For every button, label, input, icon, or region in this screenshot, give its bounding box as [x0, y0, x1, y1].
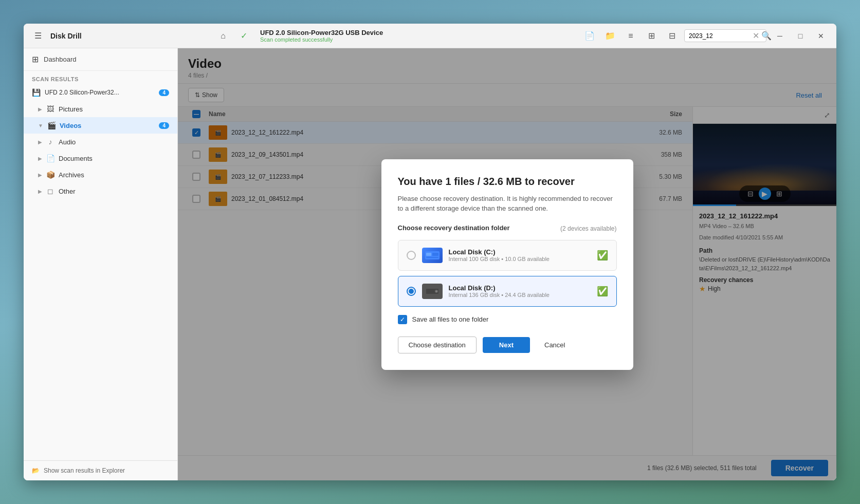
content-area: Video 4 files / ⇅ Show Reset all — [178, 48, 836, 480]
device-d-ok-icon: ✅ — [597, 286, 608, 297]
dashboard-label: Dashboard — [44, 55, 77, 63]
menu-icon[interactable]: ☰ — [30, 28, 46, 44]
sidebar-device-badge: 4 — [159, 89, 169, 96]
explorer-icon: 📂 — [32, 467, 40, 474]
app-window: ☰ Disk Drill ⌂ ✓ UFD 2.0 Silicon-Power32… — [24, 24, 836, 480]
radio-d[interactable] — [407, 287, 416, 296]
device-info: UFD 2.0 Silicon-Power32G USB Device Scan… — [260, 29, 577, 43]
device-d-name: Local Disk (D:) — [449, 284, 591, 292]
sidebar-item-archives[interactable]: ▶ 📦 Archives — [24, 166, 177, 183]
save-folder-checkbox[interactable] — [398, 315, 407, 324]
device-option-c[interactable]: Local Disk (C:) Internal 100 GB disk • 1… — [398, 240, 617, 271]
sidebar: ⊞ Dashboard Scan results 💾 UFD 2.0 Silic… — [24, 48, 178, 480]
modal-actions: Choose destination Next Cancel — [398, 337, 617, 353]
chevron-down-icon: ▼ — [38, 123, 43, 128]
device-icon-c — [422, 248, 443, 263]
cancel-button[interactable]: Cancel — [536, 337, 573, 353]
home-icon[interactable]: ⌂ — [215, 28, 231, 44]
modal-section-row: Choose recovery destination folder (2 de… — [398, 224, 617, 234]
chevron-right-icon-archives: ▶ — [38, 172, 42, 178]
device-d-desc: Internal 136 GB disk • 24.4 GB available — [449, 292, 591, 298]
device-d-info: Local Disk (D:) Internal 136 GB disk • 2… — [449, 284, 591, 298]
dashboard-icon: ⊞ — [32, 54, 39, 64]
modal-checkbox-row: Save all files to one folder — [398, 315, 617, 324]
show-explorer-label: Show scan results in Explorer — [44, 467, 125, 474]
sidebar-item-pictures[interactable]: ▶ 🖼 Pictures — [24, 101, 177, 117]
modal-devices-count: (2 devices available) — [560, 225, 616, 232]
sidebar-item-label-videos: Videos — [60, 122, 81, 129]
recovery-modal: You have 1 files / 32.6 MB to recover Pl… — [381, 159, 633, 370]
scan-results-label: Scan results — [24, 71, 177, 84]
device-icon-d — [422, 284, 443, 299]
svg-rect-2 — [432, 253, 438, 256]
device-option-d[interactable]: Local Disk (D:) Internal 136 GB disk • 2… — [398, 276, 617, 307]
search-input[interactable] — [689, 32, 751, 40]
sidebar-item-label-documents: Documents — [59, 155, 93, 162]
other-icon: ◻ — [46, 187, 54, 195]
chevron-right-icon-other: ▶ — [38, 189, 42, 194]
svg-rect-3 — [426, 257, 438, 258]
minimize-button[interactable]: ─ — [771, 29, 789, 43]
archives-icon: 📦 — [46, 171, 54, 179]
pictures-icon: 🖼 — [46, 105, 54, 113]
sidebar-item-label-pictures: Pictures — [59, 105, 83, 113]
sidebar-item-label-audio: Audio — [59, 138, 76, 146]
main-layout: ⊞ Dashboard Scan results 💾 UFD 2.0 Silic… — [24, 48, 836, 480]
split-icon[interactable]: ⊟ — [664, 28, 680, 44]
device-name: UFD 2.0 Silicon-Power32G USB Device — [260, 29, 577, 36]
device-c-name: Local Disk (C:) — [449, 248, 591, 256]
app-title: Disk Drill — [50, 32, 82, 40]
device-c-ok-icon: ✅ — [597, 250, 608, 261]
chevron-right-icon: ▶ — [38, 106, 42, 112]
search-clear-icon[interactable]: ✕ — [753, 31, 759, 41]
modal-overlay: You have 1 files / 32.6 MB to recover Pl… — [178, 48, 836, 480]
show-explorer-button[interactable]: 📂 Show scan results in Explorer — [24, 460, 177, 480]
maximize-button[interactable]: □ — [791, 29, 810, 43]
chevron-right-icon-audio: ▶ — [38, 139, 42, 145]
sidebar-item-documents[interactable]: ▶ 📄 Documents — [24, 150, 177, 166]
sidebar-item-label-other: Other — [59, 188, 76, 195]
save-folder-label: Save all files to one folder — [412, 315, 489, 323]
modal-description: Please choose recovery destination. It i… — [398, 194, 617, 214]
svg-point-7 — [435, 290, 437, 292]
sidebar-item-other[interactable]: ▶ ◻ Other — [24, 183, 177, 199]
window-controls: ─ □ ✕ — [771, 29, 830, 43]
sidebar-device-label: UFD 2.0 Silicon-Power32... — [45, 89, 119, 96]
sidebar-item-label-archives: Archives — [59, 171, 84, 179]
next-button[interactable]: Next — [483, 337, 530, 353]
checkmark-icon[interactable]: ✓ — [235, 28, 252, 44]
modal-title: You have 1 files / 32.6 MB to recover — [398, 176, 617, 188]
device-icon: 💾 — [32, 88, 41, 97]
titlebar: ☰ Disk Drill ⌂ ✓ UFD 2.0 Silicon-Power32… — [24, 24, 836, 48]
sidebar-item-videos[interactable]: ▼ 🎬 Videos 4 — [24, 117, 177, 134]
grid-icon[interactable]: ⊞ — [643, 28, 660, 44]
videos-icon: 🎬 — [47, 121, 56, 129]
chevron-right-icon-docs: ▶ — [38, 156, 42, 161]
search-icon: 🔍 — [761, 31, 772, 41]
file-icon[interactable]: 📄 — [581, 28, 598, 44]
modal-section-label: Choose recovery destination folder — [398, 224, 510, 232]
device-c-info: Local Disk (C:) Internal 100 GB disk • 1… — [449, 248, 591, 262]
audio-icon: ♪ — [46, 138, 54, 146]
documents-icon: 📄 — [46, 154, 54, 162]
device-c-desc: Internal 100 GB disk • 10.0 GB available — [449, 256, 591, 262]
svg-rect-1 — [426, 253, 431, 256]
close-button[interactable]: ✕ — [812, 29, 830, 43]
search-bar: ✕ 🔍 — [684, 29, 766, 42]
device-status: Scan completed successfully — [260, 36, 577, 43]
choose-destination-button[interactable]: Choose destination — [398, 337, 477, 353]
sidebar-item-dashboard[interactable]: ⊞ Dashboard — [24, 48, 177, 71]
list-icon[interactable]: ≡ — [623, 28, 639, 44]
folder-icon[interactable]: 📁 — [602, 28, 618, 44]
titlebar-left: ☰ Disk Drill — [30, 28, 215, 44]
sidebar-videos-badge: 4 — [159, 122, 169, 129]
radio-c[interactable] — [407, 251, 416, 260]
sidebar-device[interactable]: 💾 UFD 2.0 Silicon-Power32... 4 — [24, 84, 177, 101]
sidebar-item-audio[interactable]: ▶ ♪ Audio — [24, 134, 177, 150]
titlebar-center: ⌂ ✓ UFD 2.0 Silicon-Power32G USB Device … — [215, 28, 766, 44]
